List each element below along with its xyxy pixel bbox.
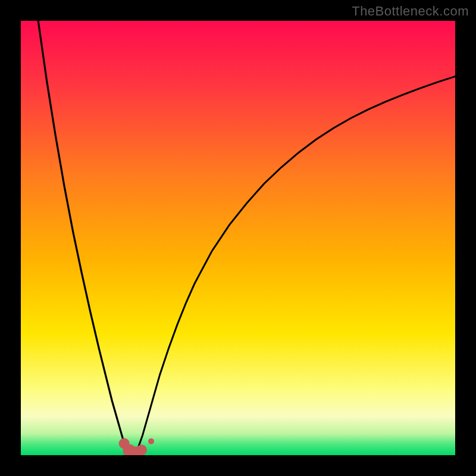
bottleneck-marker [136,444,147,455]
chart-svg [21,21,455,455]
watermark-text: TheBottleneck.com [352,4,469,19]
chart-plot-area [21,21,455,455]
bottleneck-marker [148,439,154,444]
chart-background [21,21,455,455]
